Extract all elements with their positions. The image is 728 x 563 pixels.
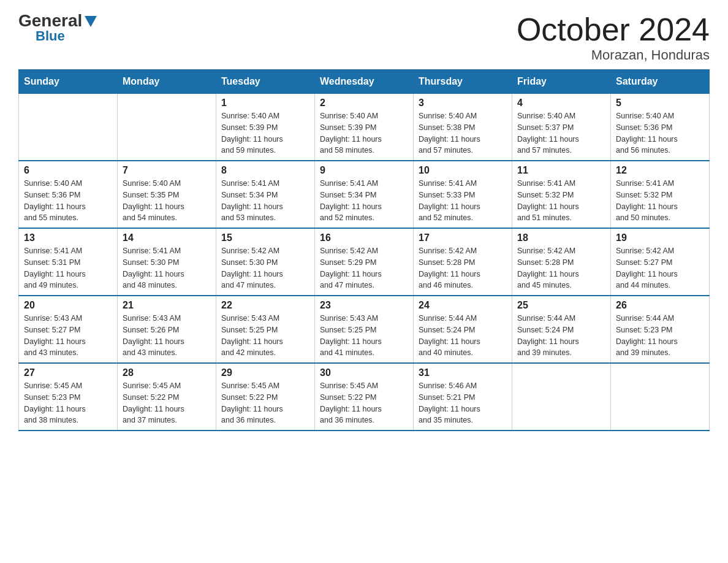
calendar-week-row: 1Sunrise: 5:40 AMSunset: 5:39 PMDaylight…	[19, 94, 710, 161]
day-number: 25	[517, 300, 605, 311]
day-number: 8	[221, 165, 309, 176]
day-number: 21	[123, 300, 211, 311]
day-info: Sunrise: 5:43 AMSunset: 5:27 PMDaylight:…	[24, 313, 112, 359]
day-number: 11	[517, 165, 605, 176]
day-info: Sunrise: 5:44 AMSunset: 5:24 PMDaylight:…	[517, 313, 605, 359]
day-number: 2	[320, 98, 408, 109]
logo-blue: Blue	[36, 29, 65, 43]
calendar-cell: 4Sunrise: 5:40 AMSunset: 5:37 PMDaylight…	[512, 94, 611, 161]
calendar-cell: 3Sunrise: 5:40 AMSunset: 5:38 PMDaylight…	[414, 94, 512, 161]
day-number: 14	[123, 232, 211, 243]
calendar-cell: 25Sunrise: 5:44 AMSunset: 5:24 PMDayligh…	[512, 296, 611, 363]
calendar-cell: 9Sunrise: 5:41 AMSunset: 5:34 PMDaylight…	[315, 161, 414, 228]
day-number: 17	[419, 232, 507, 243]
calendar-cell: 11Sunrise: 5:41 AMSunset: 5:32 PMDayligh…	[512, 161, 611, 228]
day-number: 1	[221, 98, 309, 109]
day-number: 15	[221, 232, 309, 243]
calendar-cell: 20Sunrise: 5:43 AMSunset: 5:27 PMDayligh…	[19, 296, 118, 363]
calendar-header-row: SundayMondayTuesdayWednesdayThursdayFrid…	[19, 70, 710, 94]
calendar-cell: 1Sunrise: 5:40 AMSunset: 5:39 PMDaylight…	[216, 94, 315, 161]
day-number: 20	[24, 300, 112, 311]
day-info: Sunrise: 5:41 AMSunset: 5:31 PMDaylight:…	[24, 245, 112, 291]
day-number: 23	[320, 300, 408, 311]
calendar-cell: 18Sunrise: 5:42 AMSunset: 5:28 PMDayligh…	[512, 228, 611, 296]
calendar-cell: 21Sunrise: 5:43 AMSunset: 5:26 PMDayligh…	[118, 296, 216, 363]
calendar-cell: 10Sunrise: 5:41 AMSunset: 5:33 PMDayligh…	[414, 161, 512, 228]
day-info: Sunrise: 5:40 AMSunset: 5:39 PMDaylight:…	[221, 110, 309, 156]
day-info: Sunrise: 5:45 AMSunset: 5:22 PMDaylight:…	[123, 380, 211, 426]
day-info: Sunrise: 5:42 AMSunset: 5:29 PMDaylight:…	[320, 245, 408, 291]
header-tuesday: Tuesday	[216, 70, 315, 94]
logo-general: General	[18, 12, 82, 29]
day-number: 3	[419, 98, 507, 109]
calendar-table: SundayMondayTuesdayWednesdayThursdayFrid…	[18, 69, 710, 431]
calendar-cell	[118, 94, 216, 161]
day-number: 6	[24, 165, 112, 176]
day-number: 7	[123, 165, 211, 176]
day-number: 18	[517, 232, 605, 243]
day-number: 9	[320, 165, 408, 176]
calendar-cell: 31Sunrise: 5:46 AMSunset: 5:21 PMDayligh…	[414, 363, 512, 431]
day-info: Sunrise: 5:43 AMSunset: 5:26 PMDaylight:…	[123, 313, 211, 359]
day-info: Sunrise: 5:45 AMSunset: 5:22 PMDaylight:…	[320, 380, 408, 426]
header-monday: Monday	[118, 70, 216, 94]
day-info: Sunrise: 5:40 AMSunset: 5:35 PMDaylight:…	[123, 178, 211, 224]
day-info: Sunrise: 5:40 AMSunset: 5:37 PMDaylight:…	[517, 110, 605, 156]
calendar-cell: 29Sunrise: 5:45 AMSunset: 5:22 PMDayligh…	[216, 363, 315, 431]
page-header: General Blue October 2024 Morazan, Hondu…	[18, 12, 710, 63]
month-title: October 2024	[517, 12, 710, 47]
day-info: Sunrise: 5:43 AMSunset: 5:25 PMDaylight:…	[320, 313, 408, 359]
day-number: 4	[517, 98, 605, 109]
calendar-week-row: 20Sunrise: 5:43 AMSunset: 5:27 PMDayligh…	[19, 296, 710, 363]
header-wednesday: Wednesday	[315, 70, 414, 94]
day-number: 28	[123, 367, 211, 378]
header-friday: Friday	[512, 70, 611, 94]
calendar-cell: 6Sunrise: 5:40 AMSunset: 5:36 PMDaylight…	[19, 161, 118, 228]
day-info: Sunrise: 5:42 AMSunset: 5:27 PMDaylight:…	[616, 245, 704, 291]
header-sunday: Sunday	[19, 70, 118, 94]
calendar-cell: 5Sunrise: 5:40 AMSunset: 5:36 PMDaylight…	[611, 94, 710, 161]
calendar-cell: 27Sunrise: 5:45 AMSunset: 5:23 PMDayligh…	[19, 363, 118, 431]
logo-arrow-icon	[85, 16, 97, 29]
day-info: Sunrise: 5:40 AMSunset: 5:36 PMDaylight:…	[24, 178, 112, 224]
day-number: 30	[320, 367, 408, 378]
calendar-cell: 28Sunrise: 5:45 AMSunset: 5:22 PMDayligh…	[118, 363, 216, 431]
header-thursday: Thursday	[414, 70, 512, 94]
calendar-cell: 17Sunrise: 5:42 AMSunset: 5:28 PMDayligh…	[414, 228, 512, 296]
day-number: 22	[221, 300, 309, 311]
calendar-cell: 24Sunrise: 5:44 AMSunset: 5:24 PMDayligh…	[414, 296, 512, 363]
day-number: 29	[221, 367, 309, 378]
calendar-cell: 30Sunrise: 5:45 AMSunset: 5:22 PMDayligh…	[315, 363, 414, 431]
calendar-week-row: 6Sunrise: 5:40 AMSunset: 5:36 PMDaylight…	[19, 161, 710, 228]
calendar-cell: 8Sunrise: 5:41 AMSunset: 5:34 PMDaylight…	[216, 161, 315, 228]
day-info: Sunrise: 5:41 AMSunset: 5:32 PMDaylight:…	[616, 178, 704, 224]
day-number: 26	[616, 300, 704, 311]
day-number: 31	[419, 367, 507, 378]
title-area: October 2024 Morazan, Honduras	[517, 12, 710, 63]
day-number: 19	[616, 232, 704, 243]
day-info: Sunrise: 5:41 AMSunset: 5:32 PMDaylight:…	[517, 178, 605, 224]
day-number: 5	[616, 98, 704, 109]
calendar-cell	[611, 363, 710, 431]
calendar-cell: 7Sunrise: 5:40 AMSunset: 5:35 PMDaylight…	[118, 161, 216, 228]
calendar-cell: 23Sunrise: 5:43 AMSunset: 5:25 PMDayligh…	[315, 296, 414, 363]
calendar-week-row: 13Sunrise: 5:41 AMSunset: 5:31 PMDayligh…	[19, 228, 710, 296]
day-info: Sunrise: 5:45 AMSunset: 5:22 PMDaylight:…	[221, 380, 309, 426]
day-info: Sunrise: 5:44 AMSunset: 5:24 PMDaylight:…	[419, 313, 507, 359]
calendar-cell: 26Sunrise: 5:44 AMSunset: 5:23 PMDayligh…	[611, 296, 710, 363]
day-info: Sunrise: 5:43 AMSunset: 5:25 PMDaylight:…	[221, 313, 309, 359]
day-number: 27	[24, 367, 112, 378]
day-info: Sunrise: 5:41 AMSunset: 5:34 PMDaylight:…	[221, 178, 309, 224]
location: Morazan, Honduras	[517, 47, 710, 63]
calendar-cell: 15Sunrise: 5:42 AMSunset: 5:30 PMDayligh…	[216, 228, 315, 296]
day-number: 16	[320, 232, 408, 243]
calendar-cell: 12Sunrise: 5:41 AMSunset: 5:32 PMDayligh…	[611, 161, 710, 228]
calendar-cell: 16Sunrise: 5:42 AMSunset: 5:29 PMDayligh…	[315, 228, 414, 296]
day-info: Sunrise: 5:41 AMSunset: 5:30 PMDaylight:…	[123, 245, 211, 291]
logo: General Blue	[18, 12, 97, 43]
day-info: Sunrise: 5:41 AMSunset: 5:34 PMDaylight:…	[320, 178, 408, 224]
calendar-cell	[512, 363, 611, 431]
calendar-cell: 2Sunrise: 5:40 AMSunset: 5:39 PMDaylight…	[315, 94, 414, 161]
day-number: 10	[419, 165, 507, 176]
day-number: 12	[616, 165, 704, 176]
